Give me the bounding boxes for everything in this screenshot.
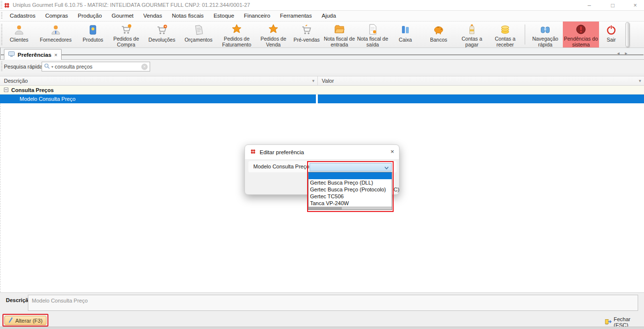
cart-return-icon — [156, 24, 168, 36]
star-icon — [231, 24, 243, 35]
search-caret-icon[interactable]: ▾ — [51, 65, 53, 69]
selected-row-modelo-consulta-preco[interactable]: Modelo Consulta Preço — [0, 94, 644, 103]
chevron-down-icon — [384, 164, 389, 170]
dropdown-option-gertec-tc506[interactable]: Gertec TC506 — [309, 193, 392, 200]
search-icon — [44, 63, 50, 70]
collapse-icon[interactable] — [4, 88, 8, 92]
person-tie-icon — [50, 24, 62, 36]
toolbar-nota-fiscal-entrada[interactable]: Nota fiscal de entrada — [323, 22, 356, 47]
group-row-consulta-precos[interactable]: Consulta Preços — [0, 86, 644, 94]
tab-close-icon[interactable]: × — [54, 52, 57, 58]
menu-ferramentas[interactable]: Ferramentas — [275, 11, 317, 21]
tab-preferencias[interactable]: Preferências × — [4, 49, 62, 60]
toolbar-nota-fiscal-saida[interactable]: Nota fiscal de saída — [356, 22, 389, 47]
toolbar-endcap — [625, 22, 629, 47]
star-icon — [267, 24, 279, 35]
menu-gourmet[interactable]: Gourmet — [107, 11, 138, 21]
combobox-dropdown-list: Gertec Busca Preço (DLL) Gertec Busca Pr… — [308, 172, 392, 210]
toolbar-caixa[interactable]: Caixa — [389, 22, 422, 47]
menu-notas-fiscais[interactable]: Notas fiscais — [167, 11, 208, 21]
column-header-descricao[interactable]: Descrição ▾ — [0, 76, 318, 85]
menu-cadastros[interactable]: Cadastros — [5, 11, 40, 21]
toolbar-contas-receber[interactable]: Contas a receber — [488, 22, 522, 47]
toolbar-pedidos-faturamento[interactable]: Pedidos de Faturamento — [217, 22, 256, 47]
dropdown-scrollbar[interactable] — [309, 207, 392, 210]
tab-nav-prev-icon[interactable]: ◂ — [617, 50, 620, 56]
menu-ajuda[interactable]: Ajuda — [317, 11, 341, 21]
toolbar-pedidos-venda[interactable]: Pedidos de Venda — [256, 22, 290, 47]
title-bar: Uniplus Gourmet Full 6.10.75 - MATRIZ: I… — [0, 0, 644, 11]
menu-producao[interactable]: Produção — [73, 11, 107, 21]
toolbar-separator — [525, 24, 525, 45]
minimize-button[interactable]: – — [581, 0, 598, 11]
alterar-button[interactable]: Alterar (F3) — [4, 316, 46, 325]
folder-icon — [333, 24, 345, 35]
cart-icon — [301, 24, 312, 36]
app-logo-icon — [3, 2, 10, 10]
menu-estoque[interactable]: Estoque — [209, 11, 239, 21]
dialog-title: Editar preferência — [260, 149, 304, 155]
dropdown-option-tanca-vp240w[interactable]: Tanca VP-240W — [309, 200, 392, 207]
dialog-close-icon[interactable]: × — [390, 148, 394, 155]
toolbar-contas-pagar[interactable]: Contas a pagar — [456, 22, 488, 47]
toolbar-pendencias-sistema[interactable]: Pendências do sistema — [563, 22, 599, 47]
toolbar-devolucoes[interactable]: Devoluções — [144, 22, 180, 47]
toolbar-navegacao-rapida[interactable]: Navegação rápida — [528, 22, 563, 47]
chevron-down-icon[interactable]: ▾ — [312, 78, 314, 83]
clear-search-icon[interactable]: × — [141, 64, 148, 70]
cash-register-icon — [400, 24, 411, 36]
tab-icon — [8, 51, 15, 58]
menu-bar: Cadastros Compras Produção Gourmet Venda… — [0, 11, 644, 22]
bottom-strip — [0, 327, 644, 329]
column-header-valor[interactable]: Valor ▾ — [318, 76, 644, 85]
toolbar-orcamentos[interactable]: Orçamentos — [180, 22, 217, 47]
dropdown-option-gertec-protocolo[interactable]: Gertec Busca Preço (Protocolo) — [309, 186, 392, 193]
description-panel: Descrição: Modelo Consulta Preço — [0, 292, 644, 313]
toolbar-pre-vendas[interactable]: Pré-vendas — [290, 22, 323, 47]
pencil-icon — [8, 317, 13, 325]
group-label: Consulta Preços — [11, 87, 54, 93]
dialog-title-bar: Editar preferência × — [245, 145, 399, 159]
quick-search-bar: Pesquisa rápida ▾ consulta preços × — [0, 60, 644, 73]
toolbar-clientes[interactable]: Clientes — [4, 22, 34, 47]
toolbar-fornecedores[interactable]: Fornecedores — [34, 22, 77, 47]
descricao-field[interactable]: Modelo Consulta Preço — [28, 295, 638, 311]
tab-nav-next-icon[interactable]: ▸ — [625, 50, 627, 56]
binoculars-icon — [539, 24, 551, 35]
modelo-consulta-preco-label: Modelo Consulta Preço: — [253, 164, 311, 169]
cart-badge-icon — [120, 24, 132, 35]
toolbar-produtos[interactable]: Produtos — [77, 22, 109, 47]
toolbar-sair[interactable]: Sair — [599, 22, 623, 47]
chevron-down-icon[interactable]: ▾ — [639, 78, 641, 83]
dropdown-option-gertec-dll[interactable]: Gertec Busca Preço (DLL) — [309, 179, 392, 186]
window-title: Uniplus Gourmet Full 6.10.75 - MATRIZ: I… — [13, 2, 250, 8]
maximize-button[interactable]: □ — [604, 0, 621, 11]
search-value: consulta preços — [55, 64, 140, 70]
gripper — [1, 12, 2, 20]
toolbar-bancos[interactable]: Bancos — [422, 22, 456, 47]
close-button[interactable]: × — [627, 0, 644, 11]
tab-label: Preferências — [18, 52, 51, 58]
modelo-consulta-preco-combobox[interactable] — [310, 163, 392, 171]
menu-compras[interactable]: Compras — [40, 11, 73, 21]
exit-icon — [605, 318, 612, 326]
grid-header: Descrição ▾ Valor ▾ — [0, 76, 644, 86]
gripper — [0, 1, 2, 9]
document-icon — [193, 24, 204, 36]
menu-vendas[interactable]: Vendas — [138, 11, 167, 21]
app-logo-icon — [250, 148, 256, 156]
piggy-bank-icon — [433, 24, 444, 36]
search-label: Pesquisa rápida — [4, 64, 43, 70]
footer-bar: Alterar (F3) Fechar (ESC) — [0, 313, 644, 327]
toolbar: Clientes Fornecedores Produtos Pedidos d… — [0, 22, 644, 48]
product-box-icon — [87, 24, 99, 36]
toolbar-pedidos-compra[interactable]: Pedidos de Compra — [109, 22, 144, 47]
gripper — [1, 62, 2, 71]
alert-icon — [575, 24, 587, 35]
menu-financeiro[interactable]: Financeiro — [239, 11, 275, 21]
search-input[interactable]: ▾ consulta preços × — [42, 62, 150, 71]
selected-cell-valor — [318, 94, 644, 103]
obscured-button-fragment: C) — [394, 187, 400, 192]
bill-icon — [466, 24, 478, 35]
dropdown-option-blank[interactable] — [309, 172, 392, 179]
